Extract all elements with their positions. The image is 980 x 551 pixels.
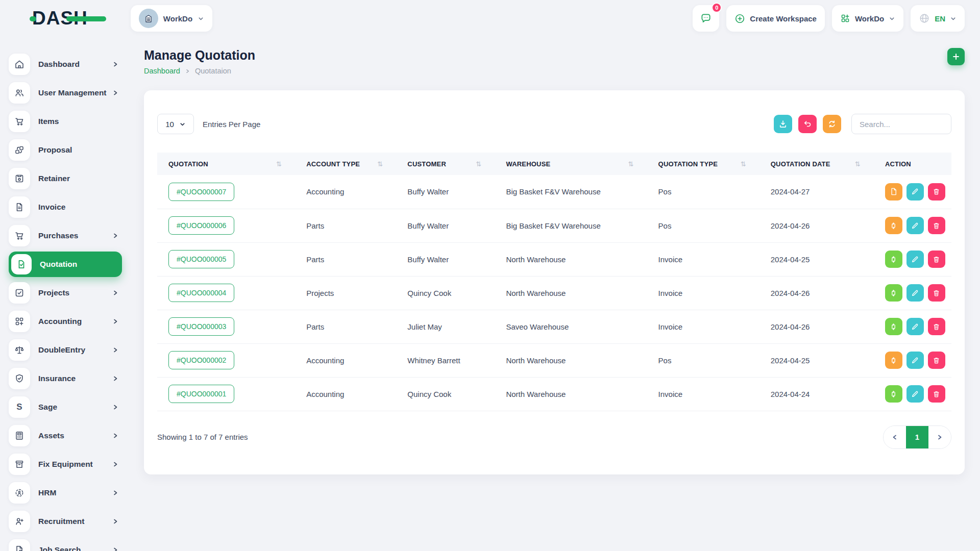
breadcrumb: Dashboard Quotataion [144,67,255,75]
entries-per-page-select[interactable]: 10 [157,114,194,134]
edit-button[interactable] [906,251,924,268]
quotation-type-cell: Invoice [647,276,760,310]
chevron-right-icon [112,61,119,68]
sidebar: Dashboard User Management Items Proposal [9,37,122,551]
sidebar-item-assets[interactable]: Assets [9,421,122,450]
sidebar-item-purchases[interactable]: Purchases [9,221,122,250]
workspace-switcher[interactable]: WorkDo [131,5,212,32]
quotation-badge[interactable]: #QUOO000002 [168,351,234,369]
swap-arrows-icon [889,390,898,398]
sort-icon[interactable]: ⇅ [855,160,861,168]
delete-button[interactable] [928,284,945,302]
edit-button[interactable] [906,352,924,369]
sidebar-item-doubleentry[interactable]: DoubleEntry [9,336,122,364]
quotation-badge[interactable]: #QUOO000006 [168,216,234,235]
pagination-next-button[interactable] [928,426,951,448]
chevron-right-icon [112,346,119,354]
chevron-down-icon [889,15,895,22]
sidebar-item-fix-equipment[interactable]: Fix Equipment [9,450,122,479]
create-workspace-button[interactable]: Create Workspace [726,5,825,32]
table-footer: Showing 1 to 7 of 7 entries 1 [157,425,951,449]
sidebar-item-proposal[interactable]: Proposal [9,136,122,164]
sidebar-item-retainer[interactable]: Retainer [9,164,122,193]
sort-icon[interactable]: ⇅ [741,160,746,168]
document-check-icon [16,259,27,270]
table-toolbar: 10 Entries Per Page [157,114,951,134]
brand-logo[interactable]: DASH [32,8,88,29]
sidebar-item-quotation[interactable]: Quotation [9,252,122,277]
delete-button[interactable] [928,251,945,268]
workspace-menu-button[interactable]: WorkDo [832,5,903,32]
pagination-current-page[interactable]: 1 [906,426,928,448]
sidebar-item-sage[interactable]: S Sage [9,393,122,421]
sidebar-item-projects[interactable]: Projects [9,279,122,307]
messages-button[interactable]: 0 [693,5,719,32]
edit-button[interactable] [906,217,924,234]
shield-check-icon [14,373,25,384]
edit-button[interactable] [906,284,924,302]
edit-button[interactable] [906,385,924,403]
quotation-date-cell: 2024-04-27 [760,175,874,209]
delete-button[interactable] [928,352,945,369]
add-quotation-button[interactable] [947,48,965,65]
sidebar-item-job-search[interactable]: Job Search [9,536,122,551]
file-action-button[interactable] [885,183,902,201]
sort-icon[interactable]: ⇅ [628,160,634,168]
quotation-badge[interactable]: #QUOO000004 [168,284,234,302]
breadcrumb-dashboard-link[interactable]: Dashboard [144,67,180,75]
scale-icon [14,344,25,356]
edit-button[interactable] [906,318,924,335]
delete-button[interactable] [928,385,945,403]
sort-icon[interactable]: ⇅ [476,160,481,168]
workspace-switcher-label: WorkDo [163,14,192,23]
trash-icon [932,187,941,196]
convert-button[interactable] [885,284,902,302]
language-selector[interactable]: EN [911,5,965,32]
pencil-icon [911,255,919,264]
sort-icon[interactable]: ⇅ [276,160,282,168]
chevron-right-icon [936,434,943,441]
quotation-badge[interactable]: #QUOO000005 [168,250,234,268]
quotation-date-cell: 2024-04-25 [760,242,874,276]
quotation-date-cell: 2024-04-24 [760,377,874,411]
quotation-type-cell: Pos [647,175,760,209]
sidebar-item-items[interactable]: Items [9,107,122,136]
quotation-badge[interactable]: #QUOO000001 [168,385,234,403]
table-row: #QUOO000005 Parts Buffy Walter North War… [157,242,951,276]
convert-button[interactable] [885,251,902,268]
building-icon [143,13,154,24]
convert-button[interactable] [885,318,902,335]
sidebar-item-dashboard[interactable]: Dashboard [9,50,122,79]
quotation-badge[interactable]: #QUOO000007 [168,183,234,201]
delete-button[interactable] [928,318,945,335]
convert-button[interactable] [885,352,902,369]
edit-button[interactable] [906,183,924,201]
pagination-prev-button[interactable] [884,426,906,448]
sidebar-item-accounting[interactable]: Accounting [9,307,122,336]
account-type-cell: Parts [295,310,396,343]
sort-icon[interactable]: ⇅ [377,160,383,168]
delete-button[interactable] [928,217,945,234]
column-header-account-type: ACCOUNT TYPE [306,160,360,168]
column-header-warehouse: WAREHOUSE [506,160,550,168]
export-button[interactable] [774,115,792,133]
quotation-type-cell: Invoice [647,377,760,411]
sidebar-item-insurance[interactable]: Insurance [9,364,122,393]
column-header-action: ACTION [885,160,911,168]
sidebar-item-hrm[interactable]: HRM [9,479,122,507]
pencil-icon [911,221,919,230]
refresh-button[interactable] [823,115,841,133]
sidebar-item-recruitment[interactable]: Recruitment [9,507,122,536]
convert-button[interactable] [885,217,902,234]
pencil-icon [911,322,919,331]
sidebar-item-invoice[interactable]: Invoice [9,193,122,221]
convert-button[interactable] [885,385,902,403]
delete-button[interactable] [928,183,945,201]
undo-button[interactable] [798,115,817,133]
quotation-badge[interactable]: #QUOO000003 [168,317,234,336]
sidebar-item-user-management[interactable]: User Management [9,79,122,107]
quotation-table: QUOTATION⇅ ACCOUNT TYPE⇅ CUSTOMER⇅ WAREH… [157,153,951,411]
column-header-quotation-date: QUOTATION DATE [771,160,830,168]
search-input[interactable] [851,114,951,134]
account-type-cell: Accounting [295,343,396,377]
